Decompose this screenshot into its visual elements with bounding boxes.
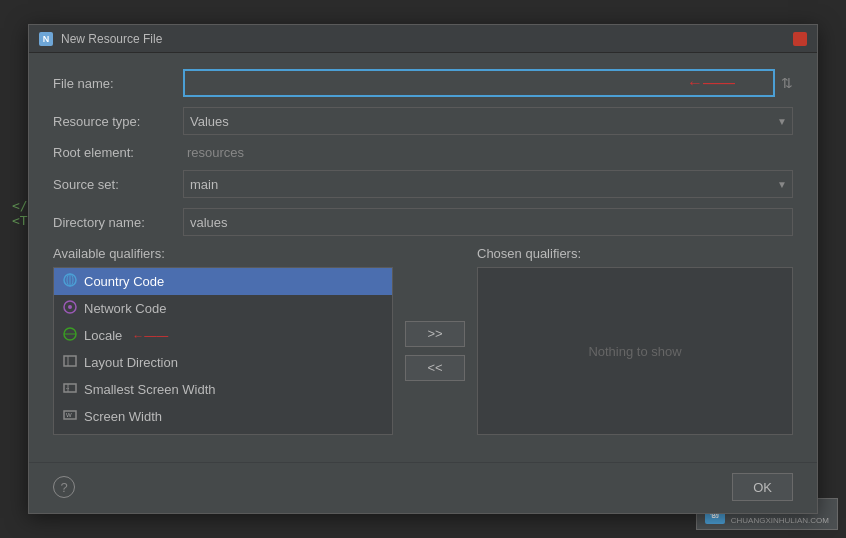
available-qualifiers-label: Available qualifiers:	[53, 246, 393, 261]
dialog-title-bar: N New Resource File	[29, 25, 817, 53]
file-name-label: File name:	[53, 76, 183, 91]
smallest-screen-width-label: Smallest Screen Width	[84, 382, 216, 397]
qualifier-item-smallest-screen-width[interactable]: ↔ Smallest Screen Width	[54, 376, 392, 403]
qualifier-item-layout-direction[interactable]: Layout Direction	[54, 349, 392, 376]
svg-text:W: W	[66, 412, 72, 418]
network-code-label: Network Code	[84, 301, 166, 316]
screen-height-icon: H	[62, 434, 78, 435]
svg-rect-7	[64, 356, 76, 366]
root-element-row: Root element: resources	[53, 145, 793, 160]
layout-direction-label: Layout Direction	[84, 355, 178, 370]
directory-name-label: Directory name:	[53, 215, 183, 230]
dialog-overlay: N New Resource File File name: ←—— ⇅ Res…	[0, 0, 846, 538]
help-button[interactable]: ?	[53, 476, 75, 498]
qualifier-item-country-code[interactable]: Country Code	[54, 268, 392, 295]
root-element-value: resources	[187, 145, 244, 160]
screen-width-icon: W	[62, 407, 78, 426]
directory-name-row: Directory name:	[53, 208, 793, 236]
file-name-row: File name: ←—— ⇅	[53, 69, 793, 97]
root-element-label: Root element:	[53, 145, 183, 160]
chosen-qualifiers-panel: Chosen qualifiers: Nothing to show	[477, 246, 793, 435]
available-qualifiers-list[interactable]: Country Code Network Code	[53, 267, 393, 435]
chosen-qualifiers-label: Chosen qualifiers:	[477, 246, 793, 261]
bottom-bar: ? OK	[29, 462, 817, 513]
resource-type-row: Resource type: Values Layout Menu Drawab…	[53, 107, 793, 135]
qualifiers-section: Available qualifiers: Country Code	[53, 246, 793, 435]
dialog-close-button[interactable]	[793, 32, 807, 46]
ok-button[interactable]: OK	[732, 473, 793, 501]
dialog-title: New Resource File	[61, 32, 785, 46]
file-name-input[interactable]	[183, 69, 775, 97]
country-code-label: Country Code	[84, 274, 164, 289]
source-set-select[interactable]: main test androidTest	[183, 170, 793, 198]
country-code-icon	[62, 272, 78, 291]
locale-label: Locale	[84, 328, 122, 343]
smallest-screen-width-icon: ↔	[62, 380, 78, 399]
remove-qualifier-button[interactable]: <<	[405, 355, 465, 381]
sort-icon[interactable]: ⇅	[781, 75, 793, 91]
source-set-label: Source set:	[53, 177, 183, 192]
source-set-select-wrapper: main test androidTest ▼	[183, 170, 793, 198]
chosen-qualifiers-box: Nothing to show	[477, 267, 793, 435]
add-qualifier-button[interactable]: >>	[405, 321, 465, 347]
action-buttons: OK	[732, 473, 793, 501]
resource-type-select-wrapper: Values Layout Menu Drawable ▼	[183, 107, 793, 135]
dialog-icon: N	[39, 32, 53, 46]
screen-width-label: Screen Width	[84, 409, 162, 424]
locale-icon	[62, 326, 78, 345]
qualifier-item-locale[interactable]: Locale ←——	[54, 322, 392, 349]
qualifier-item-network-code[interactable]: Network Code	[54, 295, 392, 322]
svg-text:↔: ↔	[65, 385, 70, 391]
source-set-row: Source set: main test androidTest ▼	[53, 170, 793, 198]
qualifier-transfer-buttons: >> <<	[405, 246, 465, 435]
qualifier-item-screen-height[interactable]: H Screen Height	[54, 430, 392, 435]
resource-type-select[interactable]: Values Layout Menu Drawable	[183, 107, 793, 135]
directory-name-input[interactable]	[183, 208, 793, 236]
resource-type-label: Resource type:	[53, 114, 183, 129]
nothing-to-show-text: Nothing to show	[588, 344, 681, 359]
locale-arrow: ←——	[132, 329, 168, 343]
new-resource-file-dialog: N New Resource File File name: ←—— ⇅ Res…	[28, 24, 818, 514]
network-code-icon	[62, 299, 78, 318]
qualifier-item-screen-width[interactable]: W Screen Width	[54, 403, 392, 430]
layout-direction-icon	[62, 353, 78, 372]
form-area: File name: ←—— ⇅ Resource type: Values L…	[29, 53, 817, 462]
available-qualifiers-panel: Available qualifiers: Country Code	[53, 246, 393, 435]
svg-point-4	[68, 305, 72, 309]
